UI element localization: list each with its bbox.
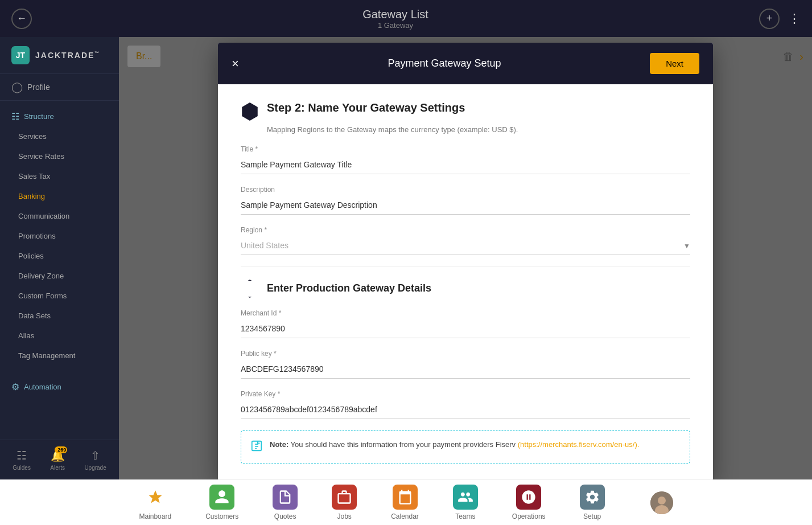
avatar bbox=[650, 491, 673, 514]
sidebar-item-alias[interactable]: Alias bbox=[0, 326, 119, 346]
nav-quotes-label: Quotes bbox=[274, 512, 296, 520]
bottom-nav: Mainboard Customers Quotes Jobs Calendar… bbox=[0, 479, 812, 525]
merchant-id-field-group: Merchant Id * bbox=[241, 309, 690, 338]
nav-operations[interactable]: Operations bbox=[495, 485, 563, 520]
description-input[interactable] bbox=[241, 196, 690, 215]
note-link[interactable]: (https://merchants.fiserv.com/en-us/). bbox=[518, 440, 640, 449]
step-hexagon-outline bbox=[241, 280, 259, 298]
upgrade-label: Upgrade bbox=[84, 465, 106, 471]
guides-button[interactable]: ☷ Guides bbox=[13, 449, 31, 471]
back-icon: ← bbox=[17, 13, 27, 24]
next-button[interactable]: Next bbox=[650, 53, 699, 74]
nav-customers[interactable]: Customers bbox=[188, 485, 255, 520]
page-title: Gateway List bbox=[362, 8, 428, 21]
sidebar-item-services[interactable]: Services bbox=[0, 126, 119, 146]
svg-marker-4 bbox=[149, 490, 162, 503]
region-select-wrapper: United States ▼ bbox=[241, 236, 690, 255]
page-subtitle: 1 Gateway bbox=[362, 21, 428, 30]
private-key-field-group: Private Key * bbox=[241, 390, 690, 419]
sidebar-item-banking[interactable]: Banking bbox=[0, 186, 119, 206]
upgrade-icon: ⇧ bbox=[90, 449, 100, 462]
note-body: You should have this information from yo… bbox=[291, 440, 518, 449]
note-label: Note: bbox=[270, 440, 288, 449]
alerts-badge: 269 bbox=[55, 446, 67, 453]
guides-label: Guides bbox=[13, 465, 31, 471]
nav-mainboard-label: Mainboard bbox=[139, 512, 171, 520]
sidebar-item-communication[interactable]: Communication bbox=[0, 206, 119, 226]
step2-description: Mapping Regions to the Gateway maps the … bbox=[267, 125, 690, 134]
sidebar-bottom-actions: ☷ Guides 🔔 269 Alerts ⇧ Upgrade bbox=[0, 440, 119, 479]
nav-setup-label: Setup bbox=[583, 512, 601, 520]
step2-heading: Step 2: Name Your Gateway Settings bbox=[241, 101, 690, 121]
title-field-group: Title * bbox=[241, 145, 690, 174]
nav-calendar-label: Calendar bbox=[391, 512, 419, 520]
user-avatar-nav[interactable] bbox=[633, 491, 690, 514]
public-key-field-group: Public key * bbox=[241, 350, 690, 379]
nav-teams[interactable]: Teams bbox=[436, 485, 495, 520]
nav-quotes[interactable]: Quotes bbox=[255, 485, 315, 520]
guides-icon: ☷ bbox=[17, 449, 27, 462]
sidebar-profile-item[interactable]: ◯ Profile bbox=[0, 74, 119, 101]
top-bar: ← Gateway List 1 Gateway + ⋮ bbox=[0, 0, 812, 37]
private-key-input[interactable] bbox=[241, 400, 690, 419]
alerts-button[interactable]: 🔔 269 Alerts bbox=[50, 449, 65, 471]
nav-calendar[interactable]: Calendar bbox=[374, 485, 436, 520]
nav-setup[interactable]: Setup bbox=[563, 485, 622, 520]
title-label: Title * bbox=[241, 145, 690, 153]
nav-jobs-label: Jobs bbox=[337, 512, 351, 520]
back-button[interactable]: ← bbox=[11, 9, 32, 29]
sidebar: JT JACKTRADE™ ◯ Profile ☷ Structure Serv… bbox=[0, 37, 119, 479]
main-layout: JT JACKTRADE™ ◯ Profile ☷ Structure Serv… bbox=[0, 37, 812, 479]
sidebar-item-policies[interactable]: Policies bbox=[0, 246, 119, 266]
structure-label: Structure bbox=[24, 112, 54, 121]
chevron-down-icon: ▼ bbox=[683, 242, 690, 250]
production-title: Enter Production Gateway Details bbox=[267, 282, 431, 294]
note-icon bbox=[250, 440, 263, 455]
public-key-label: Public key * bbox=[241, 350, 690, 358]
upgrade-button[interactable]: ⇧ Upgrade bbox=[84, 449, 106, 471]
note-box: Note: You should have this information f… bbox=[241, 430, 690, 464]
merchant-id-input[interactable] bbox=[241, 319, 690, 338]
nav-mainboard[interactable]: Mainboard bbox=[122, 485, 188, 520]
automation-label: Automation bbox=[24, 383, 61, 391]
sidebar-structure-section: ☷ Structure Services Service Rates Sales… bbox=[0, 101, 119, 371]
alerts-label: Alerts bbox=[50, 465, 65, 471]
content-area: Br... 🗑 › × Payment Gateway Setup Next bbox=[119, 37, 812, 479]
modal-body: Step 2: Name Your Gateway Settings Mappi… bbox=[218, 84, 713, 479]
merchant-id-label: Merchant Id * bbox=[241, 309, 690, 317]
step2-title: Step 2: Name Your Gateway Settings bbox=[267, 101, 465, 114]
sidebar-item-sales-tax[interactable]: Sales Tax bbox=[0, 166, 119, 186]
description-field-group: Description bbox=[241, 186, 690, 215]
step-hexagon-filled bbox=[241, 102, 259, 121]
public-key-input[interactable] bbox=[241, 360, 690, 379]
modal-title: Payment Gateway Setup bbox=[388, 58, 501, 69]
region-label: Region * bbox=[241, 226, 690, 234]
nav-customers-label: Customers bbox=[205, 512, 238, 520]
sidebar-item-data-sets[interactable]: Data Sets bbox=[0, 306, 119, 326]
profile-icon: ◯ bbox=[11, 81, 23, 93]
sidebar-item-delivery-zone[interactable]: Delivery Zone bbox=[0, 266, 119, 286]
add-button[interactable]: + bbox=[759, 9, 780, 29]
sidebar-item-promotions[interactable]: Promotions bbox=[0, 226, 119, 246]
title-input[interactable] bbox=[241, 155, 690, 174]
page-title-area: Gateway List 1 Gateway bbox=[362, 8, 428, 30]
sidebar-item-service-rates[interactable]: Service Rates bbox=[0, 146, 119, 166]
profile-label: Profile bbox=[27, 83, 50, 92]
section-divider bbox=[241, 266, 690, 267]
region-select[interactable]: United States bbox=[241, 236, 690, 255]
add-icon: + bbox=[766, 13, 773, 24]
nav-teams-label: Teams bbox=[455, 512, 475, 520]
sidebar-item-tag-management[interactable]: Tag Management bbox=[0, 346, 119, 366]
modal-overlay: × Payment Gateway Setup Next Step 2: Nam… bbox=[119, 37, 812, 479]
sidebar-item-custom-forms[interactable]: Custom Forms bbox=[0, 286, 119, 306]
sidebar-structure-header[interactable]: ☷ Structure bbox=[0, 106, 119, 126]
logo-text: JACKTRADE™ bbox=[35, 51, 100, 60]
more-icon: ⋮ bbox=[788, 11, 801, 26]
automation-icon: ⚙ bbox=[11, 382, 19, 392]
close-icon: × bbox=[232, 56, 239, 71]
nav-jobs[interactable]: Jobs bbox=[315, 485, 374, 520]
sidebar-automation-header[interactable]: ⚙ Automation bbox=[0, 377, 119, 397]
sidebar-automation-section: ⚙ Automation bbox=[0, 371, 119, 403]
modal-close-button[interactable]: × bbox=[232, 56, 239, 71]
more-options-button[interactable]: ⋮ bbox=[788, 11, 801, 26]
